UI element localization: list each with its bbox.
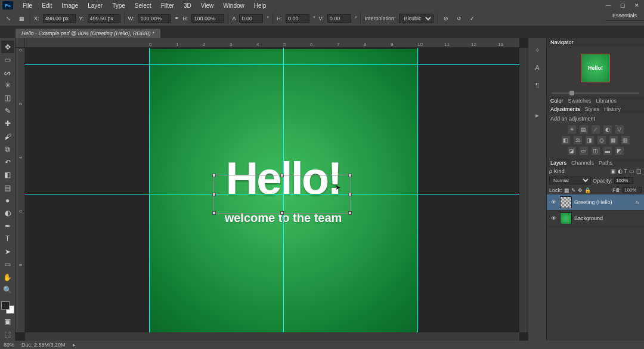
lock-position-icon[interactable]: ✥: [578, 187, 583, 193]
layer-name[interactable]: Greeting (Hello): [574, 199, 612, 205]
transform-handle[interactable]: [212, 211, 216, 215]
menu-file[interactable]: File: [18, 1, 37, 10]
menu-layer[interactable]: Layer: [83, 1, 107, 10]
transform-handle[interactable]: [212, 174, 216, 177]
history-panel-icon[interactable]: ⟐: [530, 42, 545, 57]
levels-icon[interactable]: ▤: [580, 125, 588, 134]
reference-point-icon[interactable]: ▦: [17, 14, 26, 23]
vertical-ruler[interactable]: 0 2 4 6 8: [16, 48, 25, 332]
status-arrow-icon[interactable]: ▸: [73, 342, 76, 348]
filter-adjust-icon[interactable]: ◐: [618, 168, 623, 174]
visibility-toggle-icon[interactable]: 👁: [549, 198, 558, 206]
threshold-icon[interactable]: ◫: [592, 147, 600, 155]
blend-mode-select[interactable]: Normal: [549, 177, 591, 184]
navigator-preview[interactable]: Hello!: [547, 47, 644, 89]
vertical-scrollbar[interactable]: [519, 48, 528, 332]
swatches-tab[interactable]: Swatches: [568, 98, 592, 104]
color-balance-icon[interactable]: ⚖: [574, 136, 582, 144]
path-selection-tool[interactable]: ➤: [1, 245, 14, 258]
menu-select[interactable]: Select: [130, 1, 156, 10]
curves-icon[interactable]: ⟋: [592, 125, 600, 134]
maximize-button[interactable]: ▢: [615, 1, 630, 10]
opacity-input[interactable]: [614, 177, 633, 184]
history-brush-tool[interactable]: ↶: [1, 156, 14, 168]
guide-horizontal[interactable]: [25, 64, 519, 65]
filter-smart-icon[interactable]: ◫: [636, 168, 642, 174]
blur-tool[interactable]: ●: [1, 194, 14, 206]
invert-icon[interactable]: ◪: [568, 147, 576, 155]
fill-input[interactable]: [623, 187, 642, 193]
quick-mask-toggle[interactable]: ▣: [1, 315, 14, 328]
transform-handle[interactable]: [348, 174, 352, 177]
guide-vertical[interactable]: [149, 48, 150, 332]
adjustments-tab[interactable]: Adjustments: [550, 106, 580, 112]
styles-tab[interactable]: Styles: [585, 106, 600, 112]
filter-pixel-icon[interactable]: ▣: [611, 168, 616, 174]
selective-color-icon[interactable]: ◩: [615, 147, 624, 155]
filter-type-icon[interactable]: T: [624, 168, 628, 174]
layers-tab[interactable]: Layers: [550, 160, 566, 166]
doc-size[interactable]: Doc: 2.86M/3.20M: [21, 342, 66, 348]
color-tab[interactable]: Color: [550, 98, 564, 104]
menu-3d[interactable]: 3D: [179, 1, 196, 10]
history-tab[interactable]: History: [604, 106, 621, 112]
screen-mode-toggle[interactable]: ⬚: [1, 328, 14, 340]
menu-filter[interactable]: Filter: [156, 1, 179, 10]
transform-handle[interactable]: [280, 174, 284, 177]
horizontal-ruler[interactable]: 0 1 2 3 4 5 6 7 8 9 10 11 12 13: [25, 38, 519, 48]
libraries-tab[interactable]: Libraries: [596, 98, 617, 104]
close-button[interactable]: ✕: [630, 1, 644, 10]
lock-transparency-icon[interactable]: ▦: [564, 187, 569, 193]
hue-icon[interactable]: ◧: [562, 136, 570, 144]
document-tab[interactable]: Hello - Example.psd @ 80% (Greeting (Hel…: [16, 29, 160, 38]
eraser-tool[interactable]: ◧: [1, 168, 14, 181]
magic-wand-tool[interactable]: ✳: [1, 79, 14, 91]
visibility-toggle-icon[interactable]: 👁: [549, 214, 558, 223]
brush-tool[interactable]: 🖌: [1, 130, 14, 143]
channels-tab[interactable]: Channels: [571, 160, 594, 166]
vibrance-icon[interactable]: ▽: [615, 125, 624, 134]
canvas[interactable]: Hello! welcome to the team ➤: [25, 48, 519, 332]
paths-tab[interactable]: Paths: [599, 160, 612, 166]
layer-row[interactable]: 👁 Background: [547, 211, 644, 227]
x-input[interactable]: [43, 14, 76, 23]
rotate-input[interactable]: [239, 14, 263, 23]
menu-window[interactable]: Window: [218, 1, 249, 10]
actions-panel-icon[interactable]: ▸: [530, 107, 545, 123]
ruler-origin[interactable]: [16, 38, 25, 48]
healing-tool[interactable]: ✚: [1, 118, 14, 130]
guide-vertical[interactable]: [417, 48, 418, 332]
transform-handle[interactable]: [348, 211, 352, 215]
w-input[interactable]: [138, 14, 171, 23]
layer-thumbnail[interactable]: [560, 196, 572, 208]
foreground-color[interactable]: [1, 301, 10, 310]
navigator-zoom-slider[interactable]: [547, 89, 644, 97]
zoom-level[interactable]: 80%: [4, 342, 14, 348]
cancel-transform-icon[interactable]: ⊘: [441, 14, 451, 23]
menu-edit[interactable]: Edit: [37, 1, 57, 10]
transform-handle[interactable]: [348, 193, 352, 196]
brightness-icon[interactable]: ☀: [568, 125, 576, 134]
workspace-switcher[interactable]: Essentials: [605, 11, 644, 21]
gradient-map-icon[interactable]: ▬: [603, 147, 612, 155]
transform-bounding-box[interactable]: [213, 175, 351, 214]
layer-row[interactable]: 👁 Greeting (Hello) fx: [547, 194, 644, 211]
commit-transform-icon[interactable]: ✓: [467, 14, 477, 23]
posterize-icon[interactable]: ▭: [580, 147, 588, 155]
lock-all-icon[interactable]: 🔒: [584, 187, 591, 193]
photo-filter-icon[interactable]: ◎: [597, 136, 606, 144]
channel-mixer-icon[interactable]: ▦: [609, 136, 618, 144]
interpolation-select[interactable]: Bicubic: [399, 14, 434, 23]
exposure-icon[interactable]: ◐: [603, 125, 612, 134]
transform-handle[interactable]: [280, 211, 284, 215]
layer-thumbnail[interactable]: [560, 212, 572, 224]
clone-stamp-tool[interactable]: ⧉: [1, 143, 14, 156]
reset-transform-icon[interactable]: ↺: [454, 14, 464, 23]
skew-v-input[interactable]: [327, 14, 351, 23]
pen-tool[interactable]: ✒: [1, 220, 14, 232]
minimize-button[interactable]: —: [601, 1, 615, 10]
filter-shape-icon[interactable]: ▭: [629, 168, 634, 174]
marquee-tool[interactable]: ▭: [1, 53, 14, 66]
dodge-tool[interactable]: ◐: [1, 207, 14, 220]
color-lookup-icon[interactable]: ▥: [621, 136, 630, 144]
